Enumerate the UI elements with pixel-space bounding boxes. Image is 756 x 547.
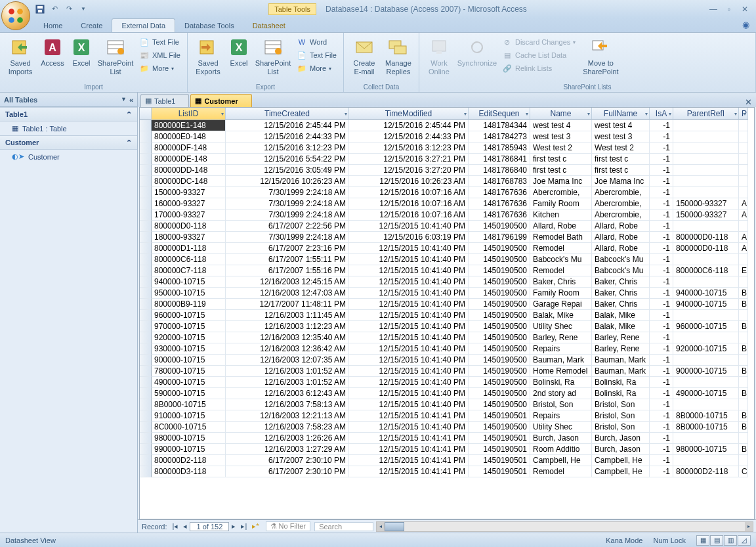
grid-cell[interactable]: 12/16/2003 12:45:15 AM bbox=[226, 276, 349, 288]
column-header[interactable]: FullName▾ bbox=[592, 108, 650, 120]
grid-cell[interactable]: 960000-10715 bbox=[152, 310, 226, 321]
grid-cell[interactable]: 1450190500 bbox=[469, 243, 530, 254]
grid-cell[interactable]: Bauman, Mark bbox=[592, 366, 650, 377]
grid-cell[interactable]: A bbox=[739, 243, 748, 254]
grid-cell[interactable]: 12/16/2003 12:36:42 AM bbox=[226, 343, 349, 355]
pivotchart-view-icon[interactable]: ▥ bbox=[724, 535, 737, 546]
view-switcher[interactable]: ▦ ▤ ▥ ◿ bbox=[696, 535, 751, 546]
grid-cell[interactable]: Remodel Bath bbox=[530, 232, 592, 243]
grid-cell[interactable]: 800000DE-148 bbox=[152, 154, 226, 165]
grid-cell[interactable]: -1 bbox=[650, 343, 673, 355]
grid-cell[interactable] bbox=[739, 176, 748, 187]
grid-cell[interactable] bbox=[673, 165, 739, 176]
grid-cell[interactable]: -1 bbox=[650, 410, 673, 422]
grid-cell[interactable]: B bbox=[739, 343, 748, 355]
row-selector[interactable] bbox=[140, 176, 152, 187]
grid-cell[interactable]: 170000-93327 bbox=[152, 209, 226, 221]
grid-cell[interactable]: -1 bbox=[650, 455, 673, 466]
grid-cell[interactable] bbox=[673, 332, 739, 343]
grid-cell[interactable]: 7/30/1999 2:24:18 AM bbox=[226, 198, 349, 209]
grid-cell[interactable]: -1 bbox=[650, 221, 673, 232]
grid-cell[interactable]: Abercrombie, bbox=[530, 187, 592, 198]
row-selector[interactable] bbox=[140, 243, 152, 254]
grid-cell[interactable]: 12/15/2016 3:27:20 PM bbox=[349, 165, 469, 176]
grid-cell[interactable]: Abercrombie, bbox=[592, 187, 650, 198]
scroll-left-icon[interactable]: ◂ bbox=[377, 522, 385, 531]
row-selector[interactable] bbox=[140, 355, 152, 366]
grid-cell[interactable] bbox=[673, 276, 739, 288]
grid-cell[interactable]: -1 bbox=[650, 422, 673, 433]
grid-cell[interactable]: -1 bbox=[650, 321, 673, 332]
grid-cell[interactable]: -1 bbox=[650, 388, 673, 399]
grid-cell[interactable]: 12/15/2016 10:26:23 AM bbox=[349, 176, 469, 187]
grid-cell[interactable]: 1450190500 bbox=[469, 388, 530, 399]
grid-cell[interactable] bbox=[673, 176, 739, 187]
grid-cell[interactable]: 1450190501 bbox=[469, 455, 530, 466]
new-record-icon[interactable]: ▸* bbox=[249, 522, 261, 531]
row-selector[interactable] bbox=[140, 444, 152, 455]
sharepoint-list-export-button[interactable]: SharePoint List bbox=[253, 35, 293, 77]
grid-cell[interactable]: A bbox=[739, 232, 748, 243]
column-dropdown-icon[interactable]: ▾ bbox=[734, 111, 737, 117]
grid-cell[interactable]: 1450190501 bbox=[469, 466, 530, 477]
grid-cell[interactable]: 1450190500 bbox=[469, 276, 530, 288]
grid-cell[interactable]: B bbox=[739, 321, 748, 332]
grid-cell[interactable]: 780000-10715 bbox=[152, 366, 226, 377]
grid-cell[interactable]: 950000-10715 bbox=[152, 288, 226, 299]
grid-cell[interactable]: B bbox=[739, 444, 748, 455]
grid-cell[interactable]: Babcock's Mu bbox=[592, 254, 650, 265]
grid-cell[interactable]: Family Room bbox=[530, 198, 592, 209]
grid-cell[interactable]: B bbox=[739, 299, 748, 310]
grid-cell[interactable]: 800000D1-118 bbox=[152, 243, 226, 254]
grid-cell[interactable]: 12/16/2003 6:12:43 AM bbox=[226, 388, 349, 399]
last-record-icon[interactable]: ▸| bbox=[238, 522, 249, 531]
grid-cell[interactable] bbox=[673, 254, 739, 265]
row-selector[interactable] bbox=[140, 131, 152, 142]
grid-cell[interactable]: 12/16/2003 1:11:45 AM bbox=[226, 310, 349, 321]
grid-cell[interactable]: -1 bbox=[650, 142, 673, 154]
grid-cell[interactable]: 800000D3-118 bbox=[152, 466, 226, 477]
row-selector[interactable] bbox=[140, 276, 152, 288]
doc-tab-table1[interactable]: ▦Table1 bbox=[140, 94, 189, 107]
minimize-icon[interactable]: — bbox=[706, 4, 721, 14]
row-selector[interactable] bbox=[140, 321, 152, 332]
grid-cell[interactable]: 12/15/2016 2:45:44 PM bbox=[349, 120, 469, 131]
grid-cell[interactable]: 800000C7-118 bbox=[152, 265, 226, 276]
grid-cell[interactable]: 12/15/2015 10:41:40 PM bbox=[349, 332, 469, 343]
grid-cell[interactable]: -1 bbox=[650, 198, 673, 209]
grid-cell[interactable]: -1 bbox=[650, 265, 673, 276]
grid-cell[interactable]: 800000C6-118 bbox=[152, 254, 226, 265]
grid-cell[interactable]: 7/30/1999 2:24:18 AM bbox=[226, 187, 349, 198]
row-selector[interactable] bbox=[140, 288, 152, 299]
grid-cell[interactable]: 800000D2-118 bbox=[152, 455, 226, 466]
grid-cell[interactable] bbox=[673, 221, 739, 232]
grid-cell[interactable]: -1 bbox=[650, 466, 673, 477]
row-selector[interactable] bbox=[140, 388, 152, 399]
grid-cell[interactable]: Allard, Robe bbox=[530, 221, 592, 232]
grid-cell[interactable]: 8B0000-10715 bbox=[152, 399, 226, 410]
grid-cell[interactable]: first test c bbox=[530, 154, 592, 165]
grid-cell[interactable]: first test c bbox=[530, 165, 592, 176]
saved-imports-button[interactable]: Saved Imports bbox=[4, 35, 37, 77]
nav-header[interactable]: All Tables ▼« bbox=[0, 93, 137, 107]
grid-cell[interactable]: 1450190500 bbox=[469, 332, 530, 343]
grid-cell[interactable]: Kitchen bbox=[530, 209, 592, 221]
grid-cell[interactable]: 940000-10715 bbox=[673, 288, 739, 299]
chevron-down-icon[interactable]: ▼ bbox=[121, 96, 127, 104]
grid-cell[interactable]: 8C0000-10715 bbox=[152, 422, 226, 433]
grid-cell[interactable]: Balak, Mike bbox=[530, 310, 592, 321]
row-selector[interactable] bbox=[140, 265, 152, 276]
grid-cell[interactable]: 12/16/2003 1:27:29 AM bbox=[226, 444, 349, 455]
grid-cell[interactable]: 800000D0-118 bbox=[673, 232, 739, 243]
grid-cell[interactable]: 12/15/2016 10:07:16 AM bbox=[349, 187, 469, 198]
grid-cell[interactable]: 12/15/2015 10:41:40 PM bbox=[349, 221, 469, 232]
grid-cell[interactable]: 6/17/2007 2:30:10 PM bbox=[226, 466, 349, 477]
grid-cell[interactable]: 12/15/2015 10:41:40 PM bbox=[349, 366, 469, 377]
grid-cell[interactable]: Bolinski, Ra bbox=[592, 377, 650, 388]
grid-cell[interactable]: Bolinski, Ra bbox=[592, 388, 650, 399]
row-selector[interactable] bbox=[140, 343, 152, 355]
grid-cell[interactable]: Room Additio bbox=[530, 444, 592, 455]
grid-cell[interactable]: 12/15/2016 2:44:33 PM bbox=[349, 131, 469, 142]
grid-cell[interactable]: 12/15/2015 10:41:40 PM bbox=[349, 377, 469, 388]
grid-cell[interactable]: 12/15/2015 10:41:40 PM bbox=[349, 276, 469, 288]
